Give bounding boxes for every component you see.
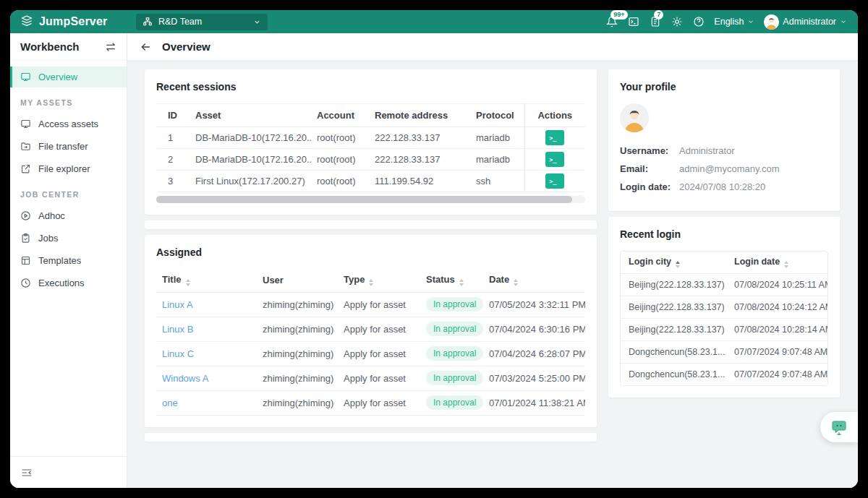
collapse-sidebar-icon[interactable]	[21, 467, 33, 478]
ticket-user: zhiming(zhiming)	[257, 366, 338, 390]
jumpserver-logo-icon	[20, 14, 34, 29]
col-header-type[interactable]: Type	[338, 269, 420, 292]
col-header-remote-address: Remote address	[369, 104, 470, 127]
monitor-icon	[20, 119, 31, 129]
login-date: 07/08/2024 10:28:14 AM	[726, 318, 827, 340]
sidebar-item-adhoc[interactable]: Adhoc	[10, 205, 127, 226]
notifications-button[interactable]: 99+	[605, 16, 618, 28]
profile-field: Username: Administrator	[620, 145, 828, 156]
connect-terminal-button[interactable]: >_	[545, 152, 564, 167]
sidebar-title: Workbench	[20, 40, 79, 53]
sidebar-section-my-assets: MY ASSETS	[10, 89, 127, 113]
language-selector[interactable]: English	[714, 17, 754, 27]
session-asset: DB-MariaDB-10(172.16.20...	[190, 149, 311, 171]
sidebar-item-access-assets[interactable]: Access assets	[10, 113, 127, 134]
user-menu[interactable]: Administrator	[764, 14, 847, 30]
login-row: Dongchencun(58.23.1... 07/07/2024 9:07:4…	[621, 363, 827, 385]
sidebar-item-file-transfer[interactable]: File transfer	[10, 136, 127, 157]
login-city: Beijing(222.128.33.137)	[621, 273, 726, 296]
app-window: JumpServer R&D Team 99+ 7	[10, 10, 858, 488]
ticket-link[interactable]: one	[162, 398, 178, 408]
settings-button[interactable]	[671, 16, 683, 28]
language-label: English	[714, 17, 744, 27]
sidebar-item-label: Executions	[38, 278, 85, 288]
col-header-title[interactable]: Title	[156, 269, 257, 292]
col-header-date[interactable]: Date	[483, 269, 585, 292]
sort-icon[interactable]	[784, 261, 788, 268]
assistant-chat-button[interactable]	[820, 412, 858, 442]
login-row: Beijing(222.128.33.137) 07/08/2024 10:24…	[621, 296, 827, 318]
session-row: 1 DB-MariaDB-10(172.16.20... root(root) …	[156, 127, 585, 149]
ticket-date: 07/05/2024 3:32:11 PM	[483, 292, 585, 317]
col-header-status[interactable]: Status	[420, 269, 483, 292]
connect-terminal-button[interactable]: >_	[545, 130, 564, 145]
col-header-login-date[interactable]: Login date	[726, 252, 827, 273]
connect-terminal-button[interactable]: >_	[545, 173, 564, 189]
session-asset: DB-MariaDB-10(172.16.20...	[190, 127, 311, 149]
status-badge: In approval	[426, 322, 483, 336]
top-navbar: JumpServer R&D Team 99+ 7	[10, 10, 858, 33]
ticket-link[interactable]: Linux A	[162, 299, 193, 310]
recent-login-title: Recent login	[620, 228, 828, 240]
chat-bubble-icon	[830, 418, 848, 436]
ticket-link[interactable]: Linux B	[162, 324, 193, 335]
ticket-user: zhiming(zhiming)	[257, 292, 338, 317]
sort-icon[interactable]	[514, 279, 518, 286]
notifications-badge: 99+	[610, 10, 627, 20]
profile-card: Your profile Username: Administrator Ema…	[608, 69, 840, 211]
sort-icon[interactable]	[369, 279, 373, 286]
profile-field-label: Username:	[620, 145, 679, 156]
sort-icon[interactable]	[459, 279, 464, 286]
sidebar-item-label: Jobs	[38, 233, 58, 244]
help-button[interactable]	[692, 16, 705, 28]
recent-sessions-table: ID Asset Account Remote address Protocol…	[156, 103, 585, 192]
chevron-down-icon	[840, 18, 847, 25]
brand[interactable]: JumpServer	[10, 14, 127, 29]
ticket-type: Apply for asset	[338, 317, 420, 341]
status-badge: In approval	[426, 395, 483, 410]
login-row: Dongchencun(58.23.1... 07/07/2024 9:07:4…	[621, 340, 827, 363]
sidebar-item-file-explorer[interactable]: File explorer	[10, 158, 127, 179]
ticket-link[interactable]: Windows A	[162, 373, 208, 384]
session-id: 2	[156, 149, 190, 171]
sidebar-item-label: Adhoc	[38, 210, 65, 221]
session-id: 3	[156, 171, 190, 192]
assigned-row: Linux C zhiming(zhiming) Apply for asset…	[156, 341, 585, 366]
ticket-type: Apply for asset	[338, 341, 420, 366]
session-remote-address: 222.128.33.137	[369, 127, 470, 149]
sidebar-section-job-center: JOB CENTER	[10, 181, 127, 205]
col-header-protocol: Protocol	[470, 104, 524, 127]
web-terminal-button[interactable]	[627, 16, 639, 28]
sort-icon[interactable]	[186, 279, 190, 286]
tickets-button[interactable]: 7	[649, 16, 661, 28]
sidebar-item-templates[interactable]: Templates	[10, 250, 127, 271]
history-clock-icon	[20, 278, 31, 288]
sidebar-footer	[10, 456, 127, 488]
profile-title: Your profile	[620, 81, 828, 93]
layout-icon	[20, 255, 31, 266]
col-header-login-city[interactable]: Login city	[621, 252, 726, 273]
session-row: 3 First Linux(172.17.200.27) root(root) …	[156, 171, 585, 192]
dashboard-icon	[20, 72, 31, 82]
page-header: Overview	[127, 33, 858, 61]
ticket-type: Apply for asset	[338, 366, 420, 390]
org-selector[interactable]: R&D Team	[136, 14, 268, 30]
sidebar: Workbench Overview MY ASSETS Access asse…	[10, 33, 127, 488]
assigned-row: Linux B zhiming(zhiming) Apply for asset…	[156, 317, 585, 341]
ticket-date: 07/01/2024 11:38:21 AM	[483, 390, 585, 415]
login-date: 07/07/2024 9:07:48 AM	[726, 363, 827, 385]
scrollbar-thumb[interactable]	[156, 196, 572, 203]
sidebar-item-executions[interactable]: Executions	[10, 272, 127, 293]
avatar	[764, 14, 779, 30]
tickets-badge: 7	[654, 10, 663, 20]
sidebar-item-jobs[interactable]: Jobs	[10, 228, 127, 249]
terminal-icon	[628, 16, 639, 27]
sort-icon[interactable]	[676, 261, 680, 268]
sidebar-item-overview[interactable]: Overview	[10, 66, 127, 87]
profile-field-value: Administrator	[679, 145, 735, 156]
session-account: root(root)	[311, 149, 369, 171]
ticket-link[interactable]: Linux C	[162, 348, 194, 359]
back-arrow-icon[interactable]	[140, 41, 151, 53]
switch-view-icon[interactable]	[105, 41, 116, 53]
login-city: Beijing(222.128.33.137)	[621, 296, 726, 318]
